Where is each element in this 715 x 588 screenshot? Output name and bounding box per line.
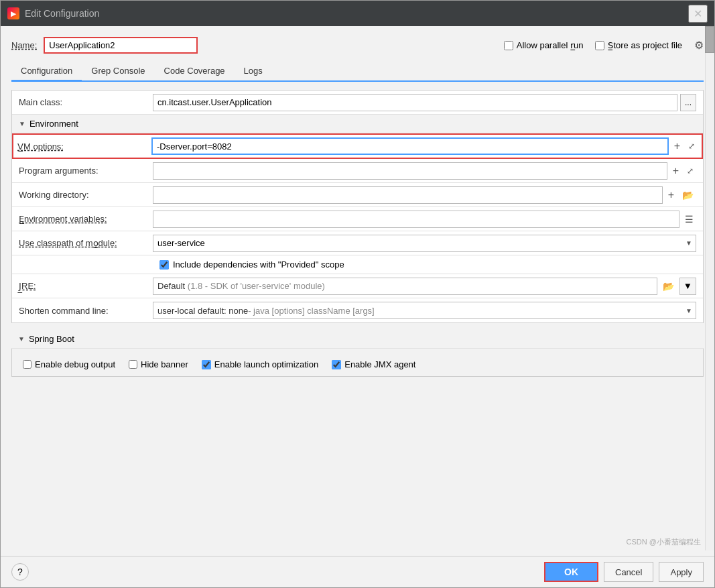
form-container: Main class: ... ▼ Environment V̲M option… — [11, 90, 704, 323]
shorten-cmdline-row: Shorten command line: user-local default… — [12, 298, 703, 322]
edit-configuration-dialog: ▶ Edit Configuration ✕ Name: Allow paral… — [0, 0, 715, 588]
dialog-content: Name: Allow parallel r̲un S̲tore as proj… — [1, 26, 714, 556]
hide-banner-checkbox[interactable] — [129, 360, 137, 369]
help-button[interactable]: ? — [11, 563, 29, 581]
jre-input-container: Default (1.8 - SDK of 'user-service' mod… — [153, 278, 657, 295]
classpath-label: Use classpath of mo̲dule: — [19, 238, 153, 248]
store-as-project-file-label: S̲tore as project file — [608, 40, 682, 50]
allow-parallel-run-checkbox[interactable] — [504, 41, 513, 50]
main-class-row: Main class: ... — [12, 91, 703, 115]
spring-item-jmx: Enable JMX agent — [332, 359, 415, 369]
environment-toggle-icon: ▼ — [19, 120, 25, 127]
vm-options-label: V̲M options: — [17, 141, 151, 152]
name-row: Name: Allow parallel r̲un S̲tore as proj… — [11, 37, 704, 54]
env-vars-label: E̲nvironment variables: — [19, 214, 153, 224]
vm-options-add-button[interactable]: + — [671, 140, 683, 152]
vm-options-row: V̲M options: + ⤢ — [12, 133, 703, 159]
env-vars-input-wrap: ☰ — [153, 211, 696, 228]
close-button[interactable]: ✕ — [688, 5, 708, 23]
spring-boot-items: Enable debug output Hide banner Enable l… — [23, 359, 692, 369]
app-icon: ▶ — [7, 7, 19, 19]
footer-right: OK Cancel Apply — [544, 562, 704, 582]
tab-logs[interactable]: Logs — [235, 62, 272, 82]
include-deps-row: Include dependencies with "Provided" sco… — [12, 255, 703, 274]
dialog-title: Edit Configuration — [25, 8, 99, 19]
program-args-expand-button[interactable]: ⤢ — [684, 166, 696, 176]
title-bar: ▶ Edit Configuration ✕ — [1, 1, 714, 26]
working-dir-browse-button[interactable]: 📂 — [679, 190, 696, 200]
jre-dropdown-button[interactable]: ▼ — [679, 278, 696, 295]
spring-boot-toggle-icon: ▼ — [18, 335, 25, 343]
enable-debug-output-checkbox[interactable] — [23, 360, 31, 369]
program-args-add-button[interactable]: + — [670, 165, 681, 177]
spring-boot-content: Enable debug output Hide banner Enable l… — [11, 349, 704, 377]
working-dir-input-wrap: + 📂 — [153, 186, 696, 204]
name-label: Name: — [11, 40, 37, 50]
shorten-cmdline-dropdown-wrap: user-local default: none - java [options… — [153, 302, 696, 319]
title-bar-left: ▶ Edit Configuration — [7, 7, 99, 19]
scrollbar-thumb[interactable] — [705, 26, 714, 53]
include-deps-label: Include dependencies with "Provided" sco… — [173, 259, 344, 270]
main-class-input-wrap: ... — [153, 94, 696, 111]
main-class-input[interactable] — [153, 94, 677, 111]
hide-banner-label: Hide banner — [141, 359, 188, 369]
spring-boot-header[interactable]: ▼ Spring Boot — [11, 330, 704, 349]
main-class-label: Main class: — [19, 97, 153, 107]
allow-parallel-run-group: Allow parallel r̲un — [504, 40, 584, 50]
main-class-browse-button[interactable]: ... — [680, 94, 696, 111]
working-dir-input[interactable] — [153, 186, 663, 204]
tab-code-coverage[interactable]: Code Coverage — [155, 62, 235, 82]
include-deps-checkbox[interactable] — [159, 260, 169, 270]
scrollbar[interactable] — [705, 26, 714, 550]
name-input[interactable] — [44, 37, 198, 54]
allow-parallel-run-label: Allow parallel r̲un — [517, 40, 584, 50]
shorten-cmdline-gray: - java [options] className [args] — [248, 306, 375, 316]
working-dir-row: Working directory: + 📂 — [12, 183, 703, 207]
env-vars-edit-button[interactable]: ☰ — [682, 214, 696, 225]
enable-jmx-agent-label: Enable JMX agent — [344, 359, 415, 369]
jre-row: J̲RE: Default (1.8 - SDK of 'user-servic… — [12, 274, 703, 298]
classpath-row: Use classpath of mo̲dule: user-service ▼ — [12, 231, 703, 255]
store-as-project-file-group: S̲tore as project file — [595, 40, 682, 50]
program-args-row: Program arguments: + ⤢ — [12, 159, 703, 183]
env-vars-row: E̲nvironment variables: ☰ — [12, 207, 703, 231]
shorten-cmdline-normal: user-local default: none — [157, 306, 248, 316]
working-dir-label: Working directory: — [19, 190, 153, 200]
gear-button[interactable]: ⚙ — [694, 39, 704, 52]
cancel-button[interactable]: Cancel — [604, 562, 653, 582]
enable-jmx-agent-checkbox[interactable] — [332, 360, 341, 369]
classpath-select[interactable]: user-service — [153, 235, 696, 252]
environment-label: Environment — [29, 119, 78, 129]
store-as-project-file-checkbox[interactable] — [595, 41, 604, 50]
tab-grep-console[interactable]: Grep Console — [82, 62, 154, 82]
spring-boot-section: ▼ Spring Boot Enable debug output Hide b… — [11, 330, 704, 377]
program-args-input-wrap: + ⤢ — [153, 162, 696, 180]
working-dir-add-button[interactable]: + — [665, 189, 677, 201]
jre-normal-text: Default — [157, 281, 185, 291]
spring-item-launch-opt: Enable launch optimization — [202, 359, 318, 369]
footer: ? OK Cancel Apply — [1, 556, 714, 587]
tab-configuration[interactable]: Configuration — [11, 62, 82, 82]
spring-item-banner: Hide banner — [129, 359, 188, 369]
jre-gray-text: (1.8 - SDK of 'user-service' module) — [185, 281, 325, 291]
enable-launch-optimization-label: Enable launch optimization — [214, 359, 318, 369]
program-args-input[interactable] — [153, 162, 667, 180]
environment-section-header[interactable]: ▼ Environment — [12, 115, 703, 133]
jre-label: J̲RE: — [19, 281, 153, 291]
env-vars-input[interactable] — [153, 211, 679, 228]
apply-button[interactable]: Apply — [659, 562, 704, 582]
shorten-cmdline-label: Shorten command line: — [19, 306, 153, 316]
vm-options-input-wrap: + ⤢ — [151, 137, 698, 155]
enable-launch-optimization-checkbox[interactable] — [202, 360, 211, 369]
ok-button[interactable]: OK — [544, 562, 598, 582]
spring-item-debug: Enable debug output — [23, 359, 115, 369]
enable-debug-output-label: Enable debug output — [35, 359, 115, 369]
watermark: CSDN @小番茄编程生 — [627, 537, 701, 547]
vm-options-input[interactable] — [151, 137, 669, 155]
jre-value: Default (1.8 - SDK of 'user-service' mod… — [153, 281, 329, 291]
jre-browse-button[interactable]: 📂 — [660, 281, 677, 292]
tabs-bar: Configuration Grep Console Code Coverage… — [11, 62, 704, 82]
spring-boot-label: Spring Boot — [29, 334, 74, 344]
program-args-label: Program arguments: — [19, 166, 153, 176]
vm-options-expand-button[interactable]: ⤢ — [686, 141, 698, 151]
